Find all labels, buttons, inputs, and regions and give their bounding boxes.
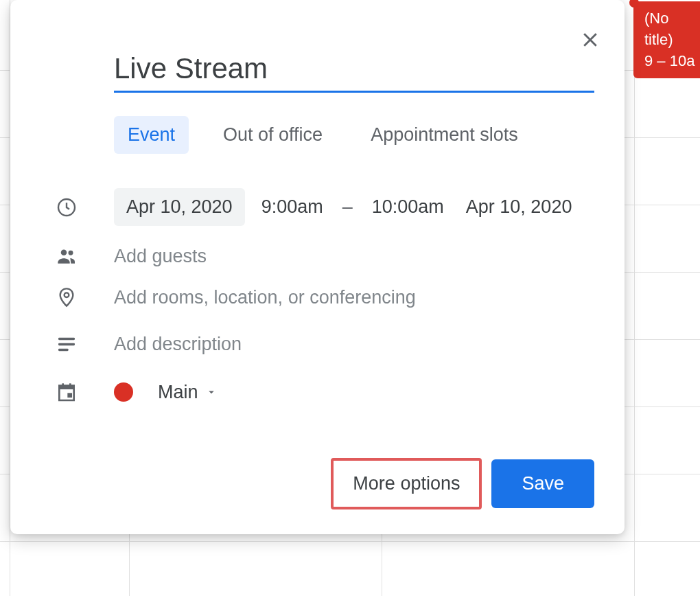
end-date-button[interactable]: Apr 10, 2020 [460, 188, 578, 226]
guests-row[interactable]: Add guests [35, 245, 600, 267]
bg-event-time: 9 – 10a [644, 51, 696, 72]
calendar-name-label: Main [158, 382, 198, 403]
dialog-footer: More options Save [35, 458, 600, 509]
end-time-button[interactable]: 10:00am [366, 188, 450, 226]
more-options-button[interactable]: More options [331, 458, 482, 509]
tab-event[interactable]: Event [114, 116, 189, 154]
event-quick-create-dialog: Event Out of office Appointment slots Ap… [10, 0, 625, 534]
chevron-down-icon [205, 382, 218, 403]
people-icon [56, 245, 78, 267]
bg-event-title: (No title) [644, 8, 696, 51]
svg-rect-9 [59, 386, 73, 389]
event-title-input[interactable] [114, 49, 594, 93]
calendar-color-dot[interactable] [114, 382, 133, 402]
svg-point-3 [61, 249, 67, 255]
description-row[interactable]: Add description [35, 333, 600, 355]
event-handle-dot [629, 0, 639, 8]
svg-rect-7 [58, 343, 75, 345]
tab-out-of-office[interactable]: Out of office [209, 116, 336, 154]
clock-icon [56, 196, 78, 218]
svg-point-4 [69, 251, 73, 255]
close-button[interactable] [576, 26, 604, 54]
location-icon [56, 286, 78, 308]
svg-rect-12 [69, 383, 71, 387]
calendar-select-row: Main [35, 381, 600, 403]
add-guests-placeholder: Add guests [114, 246, 207, 267]
time-range-dash: – [340, 196, 355, 218]
svg-rect-6 [58, 338, 75, 340]
svg-rect-8 [58, 349, 69, 351]
background-calendar-event[interactable]: (No title) 9 – 10a [633, 1, 700, 78]
datetime-row: Apr 10, 2020 9:00am – 10:00am Apr 10, 20… [35, 188, 600, 226]
add-location-placeholder: Add rooms, location, or conferencing [114, 287, 416, 308]
save-button[interactable]: Save [491, 459, 594, 508]
start-time-button[interactable]: 9:00am [256, 188, 329, 226]
svg-rect-10 [67, 393, 72, 398]
event-type-tabs: Event Out of office Appointment slots [114, 116, 600, 154]
svg-point-5 [65, 293, 69, 297]
description-icon [56, 333, 78, 355]
calendar-selector[interactable]: Main [158, 382, 218, 403]
calendar-icon [56, 381, 78, 403]
svg-rect-11 [62, 383, 64, 387]
location-row[interactable]: Add rooms, location, or conferencing [35, 286, 600, 308]
start-date-button[interactable]: Apr 10, 2020 [114, 188, 245, 226]
add-description-placeholder: Add description [114, 334, 242, 355]
tab-appointment-slots[interactable]: Appointment slots [357, 116, 532, 154]
close-icon [580, 30, 600, 50]
